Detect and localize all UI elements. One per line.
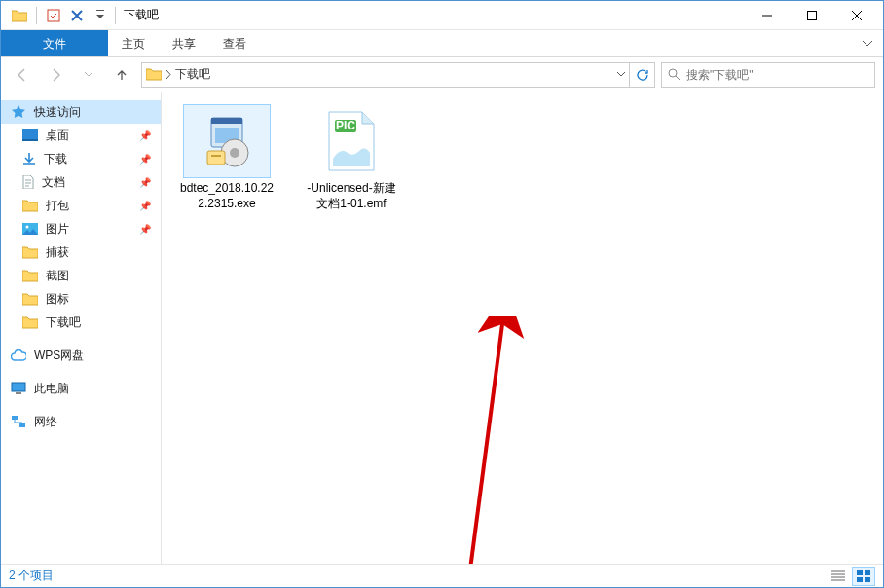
search-icon <box>668 68 681 81</box>
folder-icon <box>22 293 38 306</box>
folder-icon <box>22 270 38 282</box>
search-box[interactable] <box>661 62 875 88</box>
sidebar-wps[interactable]: WPS网盘 <box>1 344 161 367</box>
svg-point-3 <box>669 69 677 77</box>
svg-rect-18 <box>211 155 221 157</box>
file-name: -Unlicensed-新建文档1-01.emf <box>298 178 405 213</box>
file-list[interactable]: bdtec_2018.10.222.2315.exe PIC -Unlicens… <box>162 92 883 564</box>
file-item[interactable]: bdtec_2018.10.222.2315.exe <box>173 104 280 213</box>
search-input[interactable] <box>686 68 868 82</box>
sidebar-item-xiazaiba[interactable]: 下载吧 <box>1 311 161 334</box>
nav-up-button[interactable] <box>108 61 135 89</box>
status-bar: 2 个项目 <box>1 564 883 587</box>
svg-rect-17 <box>207 151 225 165</box>
svg-text:PIC: PIC <box>336 119 355 132</box>
star-icon <box>11 104 26 120</box>
svg-rect-24 <box>865 577 870 582</box>
item-count: 2 个项目 <box>9 568 54 584</box>
ribbon-tab-file[interactable]: 文件 <box>1 30 108 56</box>
address-input[interactable]: 下载吧 <box>141 62 630 88</box>
titlebar: 下载吧 <box>1 1 883 30</box>
svg-rect-10 <box>12 416 18 420</box>
sidebar-item-pictures[interactable]: 图片📌 <box>1 217 161 240</box>
refresh-button[interactable] <box>630 62 655 88</box>
desktop-icon <box>22 129 38 141</box>
sidebar-item-desktop[interactable]: 桌面📌 <box>1 124 161 147</box>
sidebar-quick-access[interactable]: 快速访问 <box>1 100 161 124</box>
svg-rect-11 <box>19 423 25 427</box>
folder-icon <box>146 68 162 81</box>
minimize-button[interactable] <box>745 1 790 30</box>
emf-icon: PIC <box>308 104 395 178</box>
svg-rect-13 <box>211 118 242 124</box>
sidebar-item-downloads[interactable]: 下载📌 <box>1 147 161 170</box>
sidebar-item-screenshot[interactable]: 截图 <box>1 264 161 287</box>
explorer-body: 快速访问 桌面📌 下载📌 文档📌 打包📌 图片📌 捕获 截图 <box>1 92 883 564</box>
quick-access-toolbar <box>5 5 111 26</box>
svg-point-16 <box>230 148 239 158</box>
window-controls <box>745 1 879 30</box>
network-icon <box>11 415 26 428</box>
ribbon-expand-icon[interactable] <box>852 30 883 56</box>
window-title: 下载吧 <box>120 7 159 23</box>
cloud-icon <box>11 349 26 361</box>
pin-icon: 📌 <box>139 154 151 165</box>
breadcrumb-chevron-icon[interactable] <box>166 70 171 79</box>
sidebar-network[interactable]: 网络 <box>1 410 161 433</box>
ribbon-tab-home[interactable]: 主页 <box>108 30 159 56</box>
svg-rect-5 <box>22 139 38 141</box>
qat-dropdown-icon[interactable] <box>90 5 111 26</box>
pin-icon: 📌 <box>139 201 151 211</box>
svg-rect-22 <box>865 570 870 575</box>
document-icon <box>22 175 34 189</box>
maximize-button[interactable] <box>790 1 834 30</box>
pin-icon: 📌 <box>139 177 151 188</box>
svg-rect-8 <box>12 383 25 391</box>
svg-rect-0 <box>48 10 59 21</box>
folder-icon <box>22 200 38 212</box>
sidebar-item-documents[interactable]: 文档📌 <box>1 170 161 194</box>
sidebar-item-icons[interactable]: 图标 <box>1 287 161 311</box>
view-switcher <box>827 567 875 586</box>
nav-history-button[interactable] <box>75 61 102 89</box>
svg-rect-2 <box>808 11 817 19</box>
view-icons-button[interactable] <box>852 567 875 586</box>
ribbon-tab-view[interactable]: 查看 <box>209 30 260 56</box>
address-dropdown-icon[interactable] <box>617 72 625 77</box>
pin-icon: 📌 <box>139 224 151 235</box>
qat-properties-icon[interactable] <box>43 5 64 26</box>
pictures-icon <box>22 223 38 235</box>
annotation-arrow <box>449 316 536 588</box>
folder-icon <box>22 246 38 259</box>
pc-icon <box>11 382 26 395</box>
file-name: bdtec_2018.10.222.2315.exe <box>173 178 280 213</box>
nav-forward-button[interactable] <box>42 61 69 89</box>
svg-rect-9 <box>16 392 21 394</box>
pin-icon: 📌 <box>139 130 151 141</box>
svg-point-7 <box>26 226 29 229</box>
svg-rect-1 <box>96 10 104 11</box>
sidebar-this-pc[interactable]: 此电脑 <box>1 377 161 400</box>
ribbon-tab-share[interactable]: 共享 <box>159 30 209 56</box>
download-icon <box>22 152 36 165</box>
nav-back-button[interactable] <box>9 61 36 89</box>
svg-rect-21 <box>857 570 863 575</box>
folder-icon <box>9 5 30 26</box>
folder-icon <box>22 316 38 329</box>
svg-rect-23 <box>857 577 863 582</box>
address-bar: 下载吧 <box>1 57 883 92</box>
qat-delete-icon[interactable] <box>66 5 88 26</box>
close-button[interactable] <box>834 1 879 30</box>
nav-pane: 快速访问 桌面📌 下载📌 文档📌 打包📌 图片📌 捕获 截图 <box>1 92 162 564</box>
breadcrumb-item[interactable]: 下载吧 <box>175 66 210 83</box>
sidebar-item-capture[interactable]: 捕获 <box>1 240 161 264</box>
sidebar-item-pack[interactable]: 打包📌 <box>1 194 161 217</box>
file-item[interactable]: PIC -Unlicensed-新建文档1-01.emf <box>298 104 405 213</box>
svg-rect-4 <box>22 129 38 139</box>
view-details-button[interactable] <box>827 567 850 586</box>
exe-icon <box>183 104 271 178</box>
ribbon: 文件 主页 共享 查看 <box>1 30 883 57</box>
